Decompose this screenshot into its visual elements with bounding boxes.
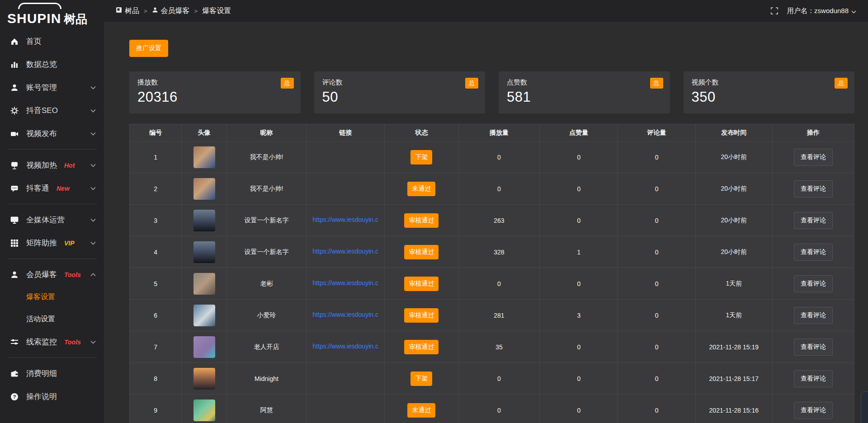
view-comments-button[interactable]: 查看评论 (794, 275, 833, 292)
stat-label: 点赞数 (507, 78, 662, 87)
logo-text-cn: 树品 (64, 11, 87, 27)
cell-comments: 0 (618, 173, 696, 205)
cell-likes: 0 (540, 268, 618, 300)
table-row: 3 设置一个新名字 https://www.iesdouyin.c 审核通过 2… (130, 205, 854, 236)
chevron-down-icon (90, 241, 96, 245)
status-badge: 下架 (410, 371, 432, 386)
sidebar-item-help[interactable]: ? 操作说明 (0, 385, 104, 408)
cell-id: 3 (130, 205, 182, 236)
stat-label: 播放数 (137, 78, 292, 87)
video-link[interactable]: https://www.iesdouyin.c (312, 279, 378, 287)
sidebar-item-label: 会员爆客 (26, 269, 57, 280)
view-comments-button[interactable]: 查看评论 (794, 338, 833, 356)
avatar (193, 146, 215, 168)
cell-comments: 0 (618, 236, 696, 268)
table-row: 1 我不是小帅! 下架 0 0 0 20小时前 查看评论 (130, 141, 854, 173)
cell-nickname: 老人开店 (226, 331, 306, 363)
breadcrumb: 树品 > 会员爆客 > 爆客设置 (116, 6, 231, 16)
avatar (193, 178, 215, 200)
logo-text-en: SHUPIN (7, 11, 61, 26)
sidebar-divider (7, 357, 97, 358)
avatar (193, 241, 215, 263)
video-link[interactable]: https://www.iesdouyin.c (312, 311, 378, 318)
breadcrumb-item-member-baoke[interactable]: 会员爆客 (152, 6, 190, 16)
sliders-icon (10, 338, 19, 346)
cell-time: 2021-11-28 15:16 (695, 395, 772, 423)
sidebar-divider (7, 258, 97, 259)
sidebar-item-douyin-seo[interactable]: 抖音SEO (0, 99, 104, 122)
cell-time: 20小时前 (695, 205, 772, 236)
user-menu[interactable]: 用户名：zswodun88 (787, 7, 856, 15)
stat-label: 评论数 (322, 78, 477, 87)
chevron-down-icon (90, 187, 96, 190)
cell-nickname: 我不是小帅! (226, 173, 306, 205)
chevron-down-icon (90, 86, 96, 89)
sidebar-item-account[interactable]: 账号管理 (0, 76, 104, 99)
col-header-link: 链接 (307, 124, 385, 141)
gear-icon (10, 107, 19, 115)
status-badge: 审核通过 (404, 308, 439, 323)
hot-tag: Hot (64, 162, 75, 169)
cell-nickname: 老彬 (226, 268, 306, 300)
video-link[interactable]: https://www.iesdouyin.c (312, 216, 378, 223)
view-comments-button[interactable]: 查看评论 (794, 180, 833, 197)
view-comments-button[interactable]: 查看评论 (794, 244, 833, 261)
tools-tag: Tools (64, 271, 81, 278)
cell-likes: 0 (540, 141, 618, 173)
view-comments-button[interactable]: 查看评论 (794, 307, 833, 324)
topbar: 树品 > 会员爆客 > 爆客设置 用户名： (104, 0, 868, 22)
video-link[interactable]: https://www.iesdouyin.c (312, 343, 378, 350)
sidebar-item-matrix-boost[interactable]: 矩阵助推 VIP (0, 231, 104, 254)
cell-likes: 0 (540, 205, 618, 236)
promo-settings-button[interactable]: 推广设置 (129, 40, 168, 57)
view-comments-button[interactable]: 查看评论 (794, 212, 833, 229)
view-comments-button[interactable]: 查看评论 (794, 402, 833, 419)
new-tag: New (57, 185, 70, 192)
view-comments-button[interactable]: 查看评论 (794, 370, 833, 387)
stat-card-videos: 视频个数 350 总 (684, 71, 855, 113)
col-header-id: 编号 (130, 124, 182, 141)
submenu-item-baoke-settings[interactable]: 爆客设置 (0, 286, 104, 308)
breadcrumb-label: 树品 (125, 6, 139, 16)
sidebar-item-video-publish[interactable]: 视频发布 (0, 122, 104, 145)
col-header-plays: 播放量 (458, 124, 540, 141)
sidebar-item-video-heat[interactable]: 视频加热 Hot (0, 154, 104, 177)
cell-likes: 0 (540, 363, 618, 395)
breadcrumb-item-home[interactable]: 树品 (116, 6, 139, 16)
sidebar-item-lead-monitor[interactable]: 线索监控 Tools (0, 330, 104, 353)
floating-widget[interactable] (861, 391, 868, 423)
tools-tag: Tools (64, 338, 81, 346)
cell-time: 20小时前 (695, 173, 772, 205)
user-icon (10, 84, 19, 92)
sidebar-item-spend-detail[interactable]: 消费明细 (0, 362, 104, 385)
fullscreen-icon[interactable] (771, 7, 778, 14)
cell-likes: 0 (540, 331, 618, 363)
sidebar-item-doketong[interactable]: 抖客通 New (0, 177, 104, 200)
cell-id: 5 (130, 268, 182, 300)
monitor-icon (10, 216, 19, 224)
sidebar-item-label: 抖客通 (26, 183, 49, 193)
avatar (193, 305, 215, 326)
sidebar-item-home[interactable]: 首页 (0, 30, 104, 53)
sidebar-item-label: 操作说明 (26, 391, 57, 402)
stat-card-likes: 点赞数 581 总 (499, 71, 670, 113)
sidebar-item-media-ops[interactable]: 全媒体运营 (0, 208, 104, 231)
video-link[interactable]: https://www.iesdouyin.c (312, 248, 378, 255)
submenu-item-activity-settings[interactable]: 活动设置 (0, 308, 104, 330)
breadcrumb-separator: > (144, 8, 147, 14)
avatar (193, 400, 215, 421)
status-badge: 审核通过 (404, 245, 439, 259)
member-icon (152, 7, 158, 15)
sidebar-item-label: 线索监控 (26, 337, 57, 347)
cell-nickname: 设置一个新名字 (226, 236, 306, 268)
avatar (193, 210, 215, 231)
table-row: 8 Midnight 下架 0 0 0 2021-11-28 15:17 查看评… (130, 363, 854, 395)
cell-likes: 3 (540, 300, 618, 331)
status-badge: 下架 (410, 150, 432, 164)
caret-down-icon (851, 7, 856, 15)
view-comments-button[interactable]: 查看评论 (794, 149, 833, 166)
sidebar-item-member-baoke[interactable]: 会员爆客 Tools (0, 263, 104, 286)
cell-likes: 0 (540, 173, 618, 205)
table-header-row: 编号 头像 昵称 链接 状态 播放量 点赞量 评论量 发布时间 操作 (130, 124, 854, 141)
sidebar-item-data-overview[interactable]: 数据总览 (0, 53, 104, 76)
